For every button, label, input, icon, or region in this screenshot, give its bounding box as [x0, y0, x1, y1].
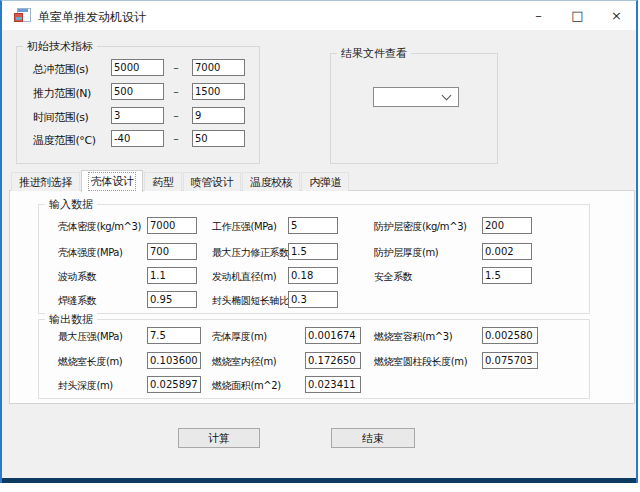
max-pressure-output[interactable]	[147, 327, 201, 344]
time-range-label: 时间范围(s)	[33, 110, 89, 125]
minimize-icon[interactable]: –	[519, 1, 558, 30]
input-data-group-title: 输入数据	[45, 197, 97, 212]
engine-diameter-label: 发动机直径(m)	[212, 270, 276, 284]
chamber-inner-diameter-label: 燃烧室内径(m)	[212, 355, 276, 369]
safety-factor-label: 安全系数	[374, 270, 412, 284]
chamber-volume-output[interactable]	[482, 327, 538, 344]
output-data-group-title: 输出数据	[45, 312, 97, 327]
tab-strip: 推进剂选择 壳体设计 药型 喷管设计 温度校核 内弹道	[11, 170, 350, 191]
total-impulse-max-input[interactable]	[192, 59, 245, 76]
shell-density-input[interactable]	[147, 217, 197, 234]
result-file-group-title: 结果文件查看	[337, 46, 411, 61]
shell-density-label: 壳体密度(kg/m^3)	[58, 220, 141, 234]
initial-indicators-group-title: 初始技术指标	[23, 39, 97, 54]
chevron-down-icon	[442, 91, 452, 101]
head-depth-output[interactable]	[147, 376, 201, 393]
tab-grain-shape[interactable]: 药型	[144, 172, 181, 191]
protective-layer-thickness-input[interactable]	[482, 243, 532, 260]
time-max-input[interactable]	[192, 107, 245, 124]
range-dash: –	[164, 85, 188, 98]
head-ellipse-axis-ratio-input[interactable]	[288, 291, 338, 308]
burning-area-label: 燃烧面积(m^2)	[212, 379, 281, 393]
tab-temperature-check[interactable]: 温度校核	[242, 172, 300, 191]
result-file-group: 结果文件查看	[330, 53, 498, 164]
thrust-min-input[interactable]	[111, 83, 164, 100]
temperature-min-input[interactable]	[111, 130, 164, 147]
engine-diameter-input[interactable]	[288, 267, 338, 284]
fluctuation-coefficient-input[interactable]	[147, 267, 197, 284]
thrust-max-input[interactable]	[192, 83, 245, 100]
temperature-max-input[interactable]	[192, 130, 245, 147]
fluctuation-coefficient-label: 波动系数	[58, 270, 96, 284]
shell-thickness-label: 壳体厚度(m)	[212, 330, 267, 344]
max-pressure-correction-label: 最大压力修正系数	[212, 246, 289, 260]
tab-propellant-selection[interactable]: 推进剂选择	[11, 172, 80, 191]
range-dash: –	[164, 61, 188, 74]
range-dash: –	[164, 109, 188, 122]
chamber-cylinder-length-output[interactable]	[482, 352, 538, 369]
tab-shell-design[interactable]: 壳体设计	[81, 170, 143, 192]
head-depth-label: 封头深度(m)	[58, 379, 113, 393]
head-ellipse-axis-ratio-label: 封头椭圆短长轴比	[212, 294, 289, 308]
shell-strength-input[interactable]	[147, 243, 197, 260]
chamber-length-label: 燃烧室长度(m)	[58, 355, 122, 369]
safety-factor-input[interactable]	[482, 267, 532, 284]
window-title: 单室单推发动机设计	[38, 9, 146, 26]
close-icon[interactable]: ×	[597, 1, 636, 30]
total-impulse-min-input[interactable]	[111, 59, 164, 76]
shell-strength-label: 壳体强度(MPa)	[58, 246, 123, 260]
weld-seam-coefficient-label: 焊缝系数	[58, 294, 96, 308]
window-bottom-border	[2, 478, 636, 483]
end-button[interactable]: 结束	[331, 428, 415, 448]
tab-internal-ballistics[interactable]: 内弹道	[301, 172, 349, 191]
temperature-range-label: 温度范围(°C)	[33, 133, 96, 148]
title-bar: 单室单推发动机设计 – □ ×	[2, 1, 636, 30]
burning-area-output[interactable]	[305, 376, 361, 393]
result-file-combobox[interactable]	[373, 87, 459, 107]
calculate-button[interactable]: 计算	[178, 428, 260, 448]
maximize-icon[interactable]: □	[558, 1, 597, 30]
max-pressure-correction-input[interactable]	[288, 243, 338, 260]
thrust-range-label: 推力范围(N)	[33, 86, 91, 101]
chamber-inner-diameter-output[interactable]	[305, 352, 361, 369]
app-form-icon	[14, 8, 30, 22]
protective-layer-density-input[interactable]	[482, 217, 532, 234]
range-dash: –	[164, 132, 188, 145]
tab-nozzle-design[interactable]: 喷管设计	[183, 172, 241, 191]
chamber-cylinder-length-label: 燃烧室圆柱段长度(m)	[374, 355, 467, 369]
total-impulse-range-label: 总冲范围(s)	[33, 62, 89, 77]
max-pressure-label: 最大压强(MPa)	[58, 330, 123, 344]
working-pressure-input[interactable]	[288, 217, 338, 234]
app-window: 单室单推发动机设计 – □ × 初始技术指标 总冲范围(s) – 推力范围(N)…	[0, 0, 638, 483]
protective-layer-density-label: 防护层密度(kg/m^3)	[374, 220, 467, 234]
protective-layer-thickness-label: 防护层厚度(m)	[374, 246, 438, 260]
time-min-input[interactable]	[111, 107, 164, 124]
chamber-volume-label: 燃烧室容积(m^3)	[374, 330, 452, 344]
working-pressure-label: 工作压强(MPa)	[212, 220, 277, 234]
weld-seam-coefficient-input[interactable]	[147, 291, 197, 308]
chamber-length-output[interactable]	[147, 352, 201, 369]
shell-thickness-output[interactable]	[305, 327, 361, 344]
